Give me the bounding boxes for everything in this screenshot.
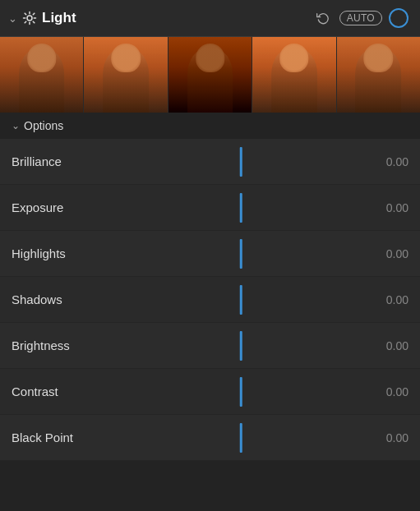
thumbnail-1[interactable] (0, 37, 83, 113)
slider-row-contrast[interactable]: Contrast 0.00 (0, 369, 420, 415)
slider-label-black-point: Black Point (12, 430, 118, 444)
slider-label-contrast: Contrast (12, 384, 118, 398)
slider-row-black-point[interactable]: Black Point 0.00 (0, 415, 420, 461)
thumbnail-4[interactable] (252, 37, 335, 113)
auto-button[interactable]: AUTO (339, 11, 382, 25)
svg-line-4 (33, 21, 35, 23)
slider-label-brightness: Brightness (12, 338, 118, 352)
slider-label-exposure: Exposure (12, 200, 118, 214)
thumbnail-2[interactable] (83, 37, 167, 113)
slider-indicator-brightness (240, 331, 242, 361)
slider-value-brightness: 0.00 (363, 339, 408, 352)
panel-header: ⌄ Light AUTO (0, 0, 420, 37)
undo-button[interactable] (313, 10, 333, 26)
slider-indicator-highlights (240, 239, 242, 269)
slider-row-shadows[interactable]: Shadows 0.00 (0, 277, 420, 323)
slider-row-exposure[interactable]: Exposure 0.00 (0, 185, 420, 231)
svg-line-8 (33, 13, 35, 15)
slider-indicator-contrast (240, 377, 242, 407)
slider-row-brilliance[interactable]: Brilliance 0.00 (0, 139, 420, 185)
slider-label-shadows: Shadows (12, 292, 118, 306)
svg-line-7 (25, 21, 26, 23)
image-strip (0, 37, 420, 113)
slider-indicator-brilliance (240, 147, 242, 177)
thumbnail-5[interactable] (336, 37, 420, 113)
svg-point-0 (27, 16, 32, 21)
panel-title: Light (42, 10, 308, 26)
sliders-container: Brilliance 0.00 Exposure 0.00 Highlights… (0, 139, 420, 511)
slider-track-exposure[interactable] (118, 185, 363, 230)
light-panel: ⌄ Light AUTO (0, 0, 420, 511)
slider-track-black-point[interactable] (118, 415, 363, 460)
slider-indicator-exposure (240, 193, 242, 223)
slider-value-exposure: 0.00 (363, 201, 408, 214)
options-label: Options (24, 119, 63, 132)
slider-track-highlights[interactable] (118, 231, 363, 276)
thumbnail-3[interactable] (168, 37, 252, 113)
slider-track-contrast[interactable] (118, 369, 363, 414)
slider-value-contrast: 0.00 (363, 385, 408, 398)
slider-value-highlights: 0.00 (363, 247, 408, 260)
toggle-circle-button[interactable] (389, 8, 408, 28)
slider-label-brilliance: Brilliance (12, 154, 118, 168)
options-chevron-icon: ⌄ (12, 120, 20, 131)
slider-value-black-point: 0.00 (363, 431, 408, 444)
slider-value-shadows: 0.00 (363, 293, 408, 306)
slider-track-brilliance[interactable] (118, 139, 363, 184)
slider-row-highlights[interactable]: Highlights 0.00 (0, 231, 420, 277)
header-controls: AUTO (313, 8, 408, 28)
slider-indicator-black-point (240, 423, 242, 453)
slider-track-shadows[interactable] (118, 277, 363, 322)
collapse-chevron-icon[interactable]: ⌄ (8, 12, 17, 25)
options-header[interactable]: ⌄ Options (0, 113, 420, 139)
slider-track-brightness[interactable] (118, 323, 363, 368)
svg-line-3 (25, 13, 26, 15)
slider-label-highlights: Highlights (12, 246, 118, 260)
slider-value-brilliance: 0.00 (363, 155, 408, 168)
slider-indicator-shadows (240, 285, 242, 315)
slider-row-brightness[interactable]: Brightness 0.00 (0, 323, 420, 369)
sun-icon (22, 11, 37, 25)
